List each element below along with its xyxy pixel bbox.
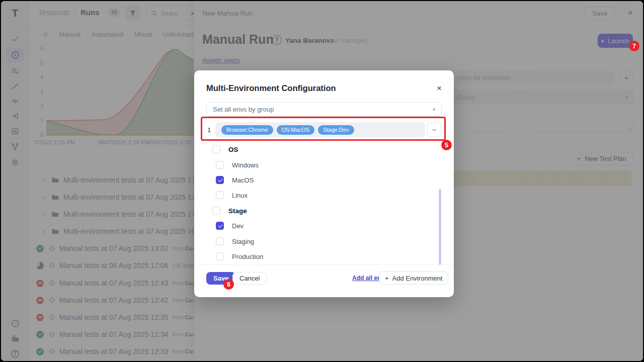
option-label: Staging (232, 238, 254, 245)
checkbox-staging[interactable] (216, 237, 224, 245)
env-option-row[interactable]: MacOS (216, 174, 254, 186)
modal-scrollbar[interactable] (439, 189, 441, 265)
chevron-down-icon: ▾ (433, 107, 435, 112)
select-placeholder: Set all envs by group (213, 106, 274, 113)
modal-close-icon[interactable]: × (437, 84, 442, 93)
checkbox-linux[interactable] (216, 191, 224, 199)
annotation-step-5-badge: 5 (441, 140, 452, 150)
checkbox-dev[interactable] (216, 222, 224, 230)
checkbox-stage[interactable] (212, 207, 220, 215)
env-tag-os[interactable]: OS:MacOS (277, 125, 315, 135)
screen: T ? (0, 0, 644, 362)
add-environment-label: Add Environment (392, 275, 443, 282)
checkbox-windows[interactable] (216, 161, 224, 169)
modal-cancel-button[interactable]: Cancel (232, 272, 267, 285)
annotation-step-6-badge: 6 (223, 279, 234, 290)
option-label: Windows (232, 161, 259, 169)
remove-environment-button[interactable]: − (427, 123, 441, 137)
env-tag-container[interactable]: Browser:Chrome OS:MacOS Stage:Dev (215, 122, 425, 137)
env-option-row[interactable]: Windows (216, 159, 259, 170)
add-environment-button[interactable]: + Add Environment (379, 272, 448, 285)
annotation-step-7-badge: 7 (629, 41, 639, 51)
env-option-row[interactable]: Dev (216, 220, 244, 231)
env-group-row[interactable]: OS (212, 144, 238, 155)
group-label: Stage (228, 207, 247, 215)
set-envs-by-group-select[interactable]: Set all envs by group ▾ (206, 102, 442, 117)
env-option-row[interactable]: Linux (216, 190, 248, 201)
environment-checkbox-list: OS Windows MacOS Linux Stage Dev Staging (194, 141, 454, 265)
option-label: Linux (232, 192, 248, 199)
checkbox-production[interactable] (216, 252, 224, 260)
modal-title: Multi-Environment Configuration (206, 83, 336, 93)
env-row-index: 1 (207, 126, 211, 134)
env-group-row[interactable]: Stage (212, 205, 247, 216)
env-tag-browser[interactable]: Browser:Chrome (221, 125, 273, 135)
option-label: Production (232, 253, 263, 260)
env-tag-stage[interactable]: Stage:Dev (318, 125, 354, 135)
option-label: MacOS (232, 176, 254, 184)
group-label: OS (228, 146, 238, 153)
checkbox-os[interactable] (212, 145, 220, 153)
plus-icon: + (385, 275, 389, 282)
env-option-row[interactable]: Staging (216, 236, 254, 247)
env-option-row[interactable]: Production (216, 251, 263, 262)
multi-environment-modal: Multi-Environment Configuration × Set al… (194, 70, 454, 297)
option-label: Dev (232, 222, 244, 230)
checkbox-macos[interactable] (216, 176, 224, 184)
